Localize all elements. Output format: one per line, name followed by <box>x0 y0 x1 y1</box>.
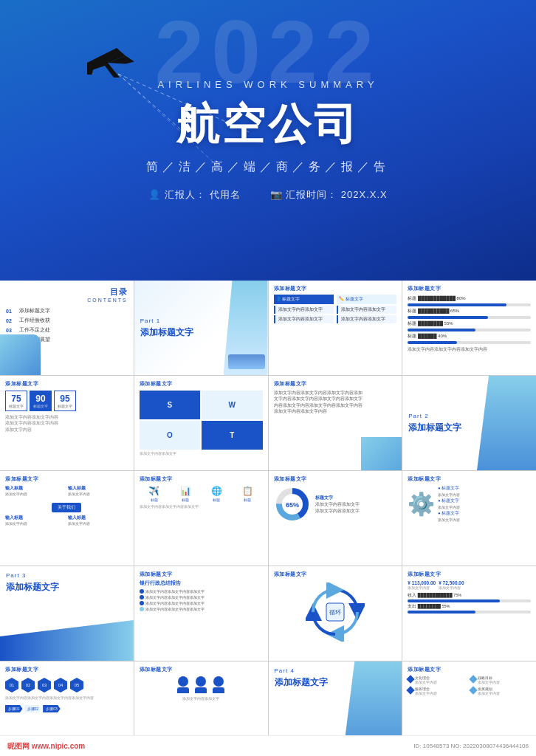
sky-image-1 <box>224 281 268 375</box>
slide20-tag: 添加标题文字 <box>408 666 531 673</box>
hero-desc: 简／洁／高／端／商／务／报／告 <box>146 159 390 175</box>
slide-donut: 添加标题文字 65% 标题文字 添加文字内容添加文字 添加文字内容添加文字 <box>269 471 402 566</box>
slide-info-icons: 添加标题文字 👤 标题文字 添加文字内容添加文字 添加文字内容添加文字 ✏️ 标… <box>269 281 402 375</box>
arrow-row: 步骤01 步骤02 步骤03 <box>5 705 128 712</box>
slide6-tag: 添加标题文字 <box>140 380 263 388</box>
person-icon-1 <box>177 676 189 693</box>
stat-boxes: 75 标题文字 90 标题文字 95 标题文字 <box>5 391 128 411</box>
slide14-tag: 添加标题文字 <box>140 571 263 578</box>
hex-5: 05 <box>70 678 83 693</box>
slide-swot: 添加标题文字 S W O T 添加文字内容添加文字 <box>134 376 268 470</box>
airplane-icon <box>81 44 140 84</box>
hex-3: 03 <box>38 678 51 693</box>
slide-part1: Part 1 添加标题文字 <box>134 281 268 375</box>
nipic-logo: 昵图网 www.nipic.com <box>7 741 85 752</box>
hero-meta: 👤 汇报人： 代用名 📷 汇报时间： 202X.X.X <box>148 188 387 202</box>
hero-reporter: 👤 汇报人： 代用名 <box>148 188 240 202</box>
slide-icon-grid: 添加标题文字 ✈️ 📊 🌐 📋 标题 标题 标题 标题 添加文字内容添加文字内容… <box>134 471 268 566</box>
slide15-tag: 添加标题文字 <box>274 571 397 578</box>
money-row: ¥ 113,000.00 添加文字内容 ¥ 72,500.00 添加文字内容 <box>408 580 531 590</box>
reporter-icon: 👤 <box>148 189 165 200</box>
stat-box-3: 95 标题文字 <box>54 391 76 411</box>
svg-text:65%: 65% <box>285 501 298 509</box>
slide-part3: Part 3 添加标题文字 <box>0 566 134 661</box>
slide11-tag: 添加标题文字 <box>274 475 397 483</box>
toc-item-2: 02 工作经验收获 <box>6 317 128 324</box>
slide-part2: Part 2 添加标题文字 <box>402 376 536 470</box>
slide-finance: 添加标题文字 ¥ 113,000.00 添加文字内容 ¥ 72,500.00 添… <box>402 566 536 661</box>
hero-title-cn: 航空公司 <box>176 96 360 154</box>
slide12-tag: 添加标题文字 <box>408 475 531 483</box>
toc-item-1: 01 添加标题文字 <box>6 307 128 315</box>
gear-icon: ⚙️ <box>408 491 435 517</box>
part3-label: Part 3 <box>6 572 128 579</box>
hex-1: 01 <box>5 678 18 693</box>
stat-box-2: 90 标题文字 <box>30 391 52 411</box>
slide-flow: 添加标题文字 输入标题 添加文字内容 输入标题 添加文字内容 关于我们 输入标题… <box>0 471 134 566</box>
swot-o: O <box>140 421 200 450</box>
hex-row: 01 02 03 04 05 <box>5 678 128 693</box>
camera-icon: 📷 <box>270 189 286 200</box>
hero-date: 📷 汇报时间： 202X.X.X <box>270 188 388 202</box>
swot-s: S <box>140 391 200 419</box>
swot-grid: S W O T <box>140 391 263 450</box>
stat-box-1: 75 标题文字 <box>5 391 27 411</box>
slides-grid: 目录 CONTENTS 01 添加标题文字 02 工作经验收获 03 工作不足之… <box>0 281 536 756</box>
slide7-tag: 添加标题文字 <box>274 380 397 388</box>
hero-section: 2022 AIRLINES WORK SUMMARY 航空公司 简／洁／高／端／… <box>0 0 536 281</box>
toc-item-3: 03 工作不足之处 <box>6 326 128 334</box>
watermark-bar: 昵图网 www.nipic.com ID: 10548573 NO: 20220… <box>0 735 536 756</box>
slide-toc: 目录 CONTENTS 01 添加标题文字 02 工作经验收获 03 工作不足之… <box>0 281 134 375</box>
slide16-tag: 添加标题文字 <box>408 571 531 578</box>
people-row <box>140 676 263 693</box>
toc-header: 目录 <box>6 286 128 298</box>
slide9-tag: 添加标题文字 <box>5 475 128 483</box>
slide18-tag: 添加标题文字 <box>140 666 263 673</box>
svg-text:循环: 循环 <box>329 609 341 616</box>
slide-cycle: 添加标题文字 <box>269 566 402 661</box>
slide3-tag: 添加标题文字 <box>274 285 397 292</box>
slide17-tag: 添加标题文字 <box>5 666 128 673</box>
swot-w: W <box>202 391 262 419</box>
hex-2: 02 <box>21 678 35 693</box>
hero-subtitle-en: AIRLINES WORK SUMMARY <box>157 79 378 90</box>
slide-timeline-steps: 添加标题文字 银行行政总结报告 添加文字内容添加文字内容添加文字 添加文字内容添… <box>134 566 268 661</box>
toc-cloud-image <box>0 334 41 375</box>
slide-progress: 添加标题文字 标题 ████████████ 80% 标题 ██████████… <box>402 281 536 375</box>
slide10-tag: 添加标题文字 <box>140 475 263 483</box>
toc-sub: CONTENTS <box>6 298 128 303</box>
slide5-tag: 添加标题文字 <box>5 380 128 388</box>
nipic-id: ID: 10548573 NO: 20220308074436444106 <box>413 743 529 749</box>
slide-stats: 添加标题文字 75 标题文字 90 标题文字 95 标题文字 添加文字内容添加文… <box>0 376 134 470</box>
slide-gear: 添加标题文字 ⚙️ ● 标题文字 添加文字内容 ● 标题文字 添加文字内容 ● … <box>402 471 536 566</box>
person-icon-2 <box>195 676 207 693</box>
slide-text-content: 添加标题文字 添加文字内容添加文字内容添加文字内容添加 文字内容添加文字内容添加… <box>269 376 402 470</box>
part3-title: 添加标题文字 <box>6 581 128 594</box>
swot-t: T <box>202 421 262 450</box>
slide4-tag: 添加标题文字 <box>408 285 531 292</box>
hex-4: 04 <box>54 678 67 693</box>
person-icon-3 <box>213 676 224 693</box>
